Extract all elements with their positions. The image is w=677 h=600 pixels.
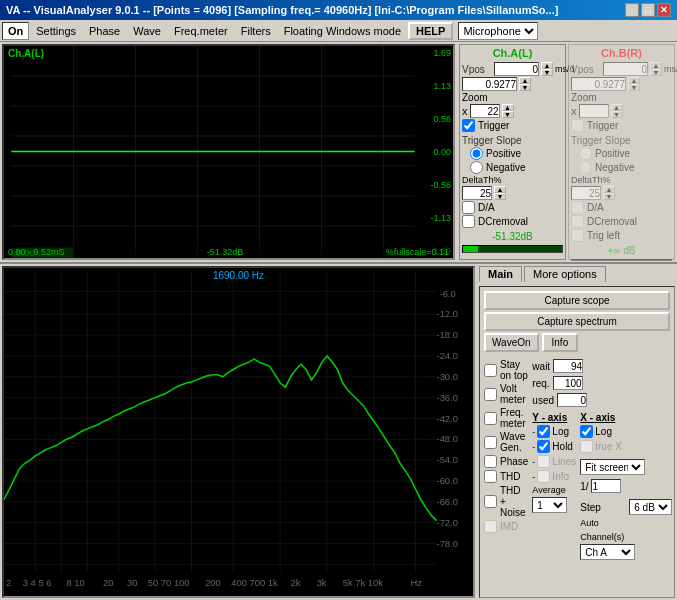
ch-a-vpos-input[interactable] bbox=[494, 62, 539, 76]
menu-phase[interactable]: Phase bbox=[83, 22, 126, 40]
wait-input[interactable] bbox=[553, 359, 583, 373]
ch-a-da-checkbox[interactable] bbox=[462, 201, 475, 214]
ch-b-title: Ch.B(R) bbox=[571, 47, 672, 59]
y-lines-checkbox[interactable] bbox=[537, 455, 550, 468]
menu-filters[interactable]: Filters bbox=[235, 22, 277, 40]
wave-on-button[interactable]: WaveOn bbox=[484, 333, 539, 352]
maximize-button[interactable]: □ bbox=[641, 3, 655, 17]
ch-a-trigger-checkbox[interactable] bbox=[462, 119, 475, 132]
stay-on-top-checkbox[interactable] bbox=[484, 364, 497, 377]
ch-a-delta-up[interactable]: ▲ bbox=[494, 186, 506, 193]
used-input[interactable] bbox=[557, 393, 587, 407]
wait-row: wait bbox=[532, 359, 672, 373]
ch-a-zoom-down[interactable]: ▼ bbox=[502, 111, 514, 118]
tab-bar: Main More options bbox=[479, 266, 675, 282]
info-button[interactable]: Info bbox=[542, 333, 579, 352]
ch-b-zoom-spin: ▲ ▼ bbox=[611, 104, 623, 118]
menu-freq-meter[interactable]: Freq.meter bbox=[168, 22, 234, 40]
thd-checkbox[interactable] bbox=[484, 470, 497, 483]
tab-main[interactable]: Main bbox=[479, 266, 522, 282]
ch-a-vpos-down[interactable]: ▼ bbox=[541, 69, 553, 76]
ch-a-trigger-check-row: Trigger bbox=[462, 119, 563, 132]
ch-a-negative-radio[interactable] bbox=[470, 161, 483, 174]
tab-more-options[interactable]: More options bbox=[524, 266, 606, 282]
ch-b-vpos-down[interactable]: ▼ bbox=[650, 69, 662, 76]
y-axis-col: Y - axis - Log - Hold bbox=[532, 412, 576, 560]
ch-a-ms-up[interactable]: ▲ bbox=[519, 77, 531, 84]
volt-meter-checkbox[interactable] bbox=[484, 388, 497, 401]
one-input[interactable] bbox=[591, 479, 621, 493]
x-true-checkbox[interactable] bbox=[580, 440, 593, 453]
phase-checkbox[interactable] bbox=[484, 455, 497, 468]
ch-a-vpos-up[interactable]: ▲ bbox=[541, 62, 553, 69]
step-select[interactable]: 6 dB 3 dB 1 dB bbox=[629, 499, 672, 515]
ch-a-vpos-row: Vpos ▲ ▼ ms/d bbox=[462, 62, 563, 76]
phase-row: Phase bbox=[484, 455, 528, 468]
top-section: 0.00 1.69 1.13 0.56 0.00 -0.56 -1.13 -1.… bbox=[0, 42, 677, 264]
ch-b-ms-up[interactable]: ▲ bbox=[628, 77, 640, 84]
ch-a-positive-radio[interactable] bbox=[470, 147, 483, 160]
y-hold-row: - Hold bbox=[532, 440, 576, 453]
y-hold-checkbox[interactable] bbox=[537, 440, 550, 453]
menu-help[interactable]: HELP bbox=[408, 22, 453, 40]
menu-settings[interactable]: Settings bbox=[30, 22, 82, 40]
menu-floating[interactable]: Floating Windows mode bbox=[278, 22, 407, 40]
wave-gen-checkbox[interactable] bbox=[484, 436, 497, 449]
thd-noise-checkbox[interactable] bbox=[484, 495, 497, 508]
average-select[interactable]: 1 2 4 bbox=[532, 497, 567, 513]
ch-b-ms-down[interactable]: ▼ bbox=[628, 84, 640, 91]
ch-b-zoom-up[interactable]: ▲ bbox=[611, 104, 623, 111]
imd-row: IMD bbox=[484, 520, 528, 533]
ch-b-zoom-down[interactable]: ▼ bbox=[611, 111, 623, 118]
ch-b-positive-radio[interactable] bbox=[579, 147, 592, 160]
spectrum-freq-label: 1690.00 Hz bbox=[213, 270, 264, 281]
ch-a-ms-input[interactable] bbox=[462, 77, 517, 91]
minimize-button[interactable]: _ bbox=[625, 3, 639, 17]
ch-a-zoom-spin: ▲ ▼ bbox=[502, 104, 514, 118]
ch-a-ms-down[interactable]: ▼ bbox=[519, 84, 531, 91]
capture-spectrum-button[interactable]: Capture spectrum bbox=[484, 312, 670, 331]
x-axis-col: X - axis Log true X bbox=[580, 412, 672, 560]
ch-b-negative-radio[interactable] bbox=[579, 161, 592, 174]
ch-a-delta-input[interactable] bbox=[462, 186, 492, 200]
ch-a-dc-checkbox[interactable] bbox=[462, 215, 475, 228]
ch-b-trigger-checkbox[interactable] bbox=[571, 119, 584, 132]
panel-area: Capture scope Capture spectrum WaveOn In… bbox=[479, 286, 675, 598]
ch-b-vpos-input[interactable] bbox=[603, 62, 648, 76]
y-log-checkbox[interactable] bbox=[537, 425, 550, 438]
capture-scope-button[interactable]: Capture scope bbox=[484, 291, 670, 310]
fit-screen-select[interactable]: Fit screen 1/1 1/2 1/4 bbox=[580, 459, 645, 475]
freq-meter-row: Freq. meter bbox=[484, 407, 528, 429]
ch-a-zoom-up[interactable]: ▲ bbox=[502, 104, 514, 111]
microphone-select[interactable]: Microphone bbox=[458, 22, 538, 40]
ch-b-delta-input[interactable] bbox=[571, 186, 601, 200]
y-lines-row: - Lines bbox=[532, 455, 576, 468]
menu-on[interactable]: On bbox=[2, 22, 29, 40]
ch-b-delta-down[interactable]: ▼ bbox=[603, 193, 615, 200]
x-log-checkbox[interactable] bbox=[580, 425, 593, 438]
ch-b-dc-checkbox[interactable] bbox=[571, 215, 584, 228]
axis-section: Y - axis - Log - Hold bbox=[532, 412, 672, 560]
close-button[interactable]: ✕ bbox=[657, 3, 671, 17]
main-container: 0.00 1.69 1.13 0.56 0.00 -0.56 -1.13 -1.… bbox=[0, 42, 677, 600]
ch-b-da-checkbox[interactable] bbox=[571, 201, 584, 214]
scope-scale-right: 1.69 1.13 0.56 0.00 -0.56 -1.13 -1.69 bbox=[417, 46, 453, 258]
ch-b-zoom-input[interactable] bbox=[579, 104, 609, 118]
req-input[interactable] bbox=[553, 376, 583, 390]
ch-b-ms-row: ▲ ▼ bbox=[571, 77, 672, 91]
ch-a-zoom-input[interactable] bbox=[470, 104, 500, 118]
ch-b-delta-up[interactable]: ▲ bbox=[603, 186, 615, 193]
imd-checkbox[interactable] bbox=[484, 520, 497, 533]
ch-b-vpos-up[interactable]: ▲ bbox=[650, 62, 662, 69]
svg-text:-12.0: -12.0 bbox=[437, 309, 458, 319]
ch-b-negative-row: Negative bbox=[579, 161, 672, 174]
ch-a-negative-row: Negative bbox=[470, 161, 563, 174]
ch-b-ms-input[interactable] bbox=[571, 77, 626, 91]
ch-b-trigleft-checkbox[interactable] bbox=[571, 229, 584, 242]
y-info-checkbox[interactable] bbox=[537, 470, 550, 483]
menu-wave[interactable]: Wave bbox=[127, 22, 167, 40]
ch-b-trigleft-row: Trig left bbox=[571, 229, 672, 242]
freq-meter-checkbox[interactable] bbox=[484, 412, 497, 425]
channel-select[interactable]: Ch A Ch B Ch A+B bbox=[580, 544, 635, 560]
ch-a-delta-down[interactable]: ▼ bbox=[494, 193, 506, 200]
